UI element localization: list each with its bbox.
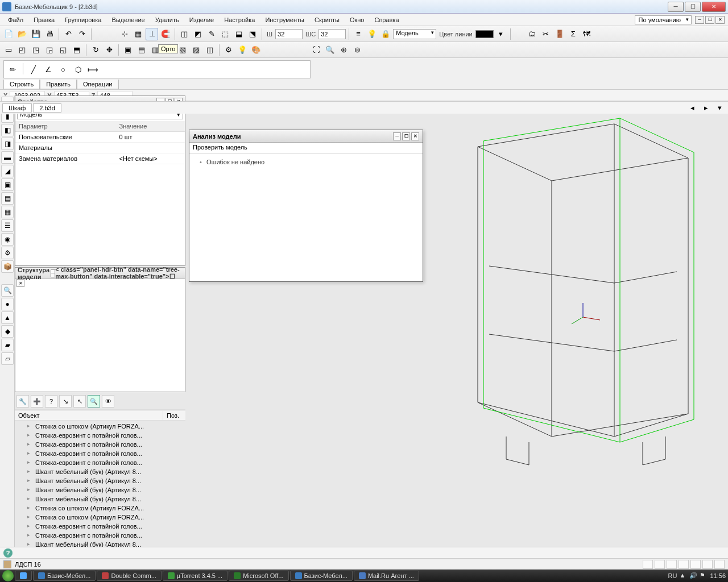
circle-icon[interactable]: ○ <box>57 63 69 76</box>
menu-help[interactable]: Справка <box>370 15 403 24</box>
lock-icon[interactable]: 🔒 <box>379 28 392 40</box>
grid-icon[interactable]: ▦ <box>132 28 144 40</box>
view-iso2-icon[interactable]: ◳ <box>30 44 42 56</box>
section-icon[interactable]: ▨ <box>190 44 202 56</box>
tree-item[interactable]: Стяжка-евровинт с потайной голов... <box>15 458 185 467</box>
open-icon[interactable]: 📂 <box>16 28 28 40</box>
tree-item[interactable]: Стяжка со штоком (Артикул FORZA... <box>15 513 185 522</box>
st-icon-1[interactable] <box>643 560 653 569</box>
split-icon[interactable]: ◫ <box>204 44 216 56</box>
zoom-win-icon[interactable]: 🔍 <box>324 44 336 56</box>
sum-icon[interactable]: Σ <box>567 28 580 40</box>
tree-item[interactable]: Стяжка-евровинт с потайной голов... <box>15 431 185 440</box>
taskbar-app[interactable]: µTorrent 3.4.5 ... <box>163 571 228 581</box>
panel-btn-6[interactable]: ◢ <box>1 165 14 177</box>
st-icon-4[interactable] <box>679 560 689 569</box>
menu-settings[interactable]: Настройка <box>220 15 259 24</box>
shade1-icon[interactable]: ▣ <box>122 44 134 56</box>
tree-item[interactable]: Шкант мебельный (бук) (Артикул 8... <box>15 485 185 494</box>
maximize-button[interactable]: ☐ <box>685 2 701 12</box>
tray-icon-2[interactable]: 🔊 <box>689 572 697 580</box>
shade2-icon[interactable]: ▤ <box>135 44 148 56</box>
map-icon[interactable]: 🗺 <box>581 28 593 40</box>
tree-item[interactable]: Стяжка со штоком (Артикул FORZA... <box>15 422 185 431</box>
view-iso4-icon[interactable]: ◱ <box>57 44 69 56</box>
magnet-icon[interactable]: 🧲 <box>159 28 172 40</box>
dropdown-arrow-icon[interactable]: ▾ <box>495 28 507 40</box>
vp-tab-1[interactable]: Шкаф <box>2 103 32 113</box>
tree-item[interactable]: Шкант мебельный (бук) (Артикул 8... <box>15 467 185 476</box>
tree-add-icon[interactable]: ➕ <box>31 395 43 408</box>
mdi-restore[interactable]: ☐ <box>705 16 714 24</box>
panel-btn-17[interactable]: ◆ <box>1 325 14 338</box>
new-icon[interactable]: 📄 <box>2 28 15 40</box>
menu-edit[interactable]: Правка <box>29 15 59 24</box>
tool-d-icon[interactable]: ⬚ <box>219 28 231 40</box>
tree-item[interactable]: Стяжка-евровинт с потайной голов... <box>15 440 185 449</box>
light-icon[interactable]: 💡 <box>236 44 249 56</box>
menu-window[interactable]: Окно <box>345 15 369 24</box>
tab-build[interactable]: Строить <box>3 80 40 89</box>
panel-btn-4[interactable]: ◨ <box>1 138 14 150</box>
gear-icon[interactable]: ⚙ <box>222 44 235 56</box>
tab-edit[interactable]: Править <box>40 80 77 89</box>
tree-item[interactable]: Стяжка-евровинт с потайной голов... <box>15 449 185 458</box>
st-icon-3[interactable] <box>667 560 677 569</box>
layer-icon[interactable]: ≡ <box>352 28 365 40</box>
dialog-max-button[interactable]: ☐ <box>402 132 410 140</box>
menu-delete[interactable]: Удалить <box>151 15 184 24</box>
view-iso3-icon[interactable]: ◲ <box>43 44 56 56</box>
taskbar-app[interactable]: Базис-Мебел... <box>290 571 353 581</box>
tool-a-icon[interactable]: ◫ <box>178 28 191 40</box>
tree-min-button[interactable]: ─ <box>51 269 55 277</box>
tool-b-icon[interactable]: ◩ <box>192 28 204 40</box>
pan-icon[interactable]: ✥ <box>103 44 115 56</box>
snap-icon[interactable]: ⊹ <box>118 28 131 40</box>
help-icon[interactable]: ? <box>3 548 13 558</box>
redo-icon[interactable]: ↷ <box>76 28 88 40</box>
tree-item[interactable]: Стяжка со штоком (Артикул FORZA... <box>15 504 185 513</box>
st-icon-5[interactable] <box>690 560 701 569</box>
cut-icon[interactable]: ✂ <box>540 28 552 40</box>
tree-item[interactable]: Стяжка-евровинт с потайной голов... <box>15 522 185 531</box>
panel-btn-3[interactable]: ◧ <box>1 124 14 136</box>
menu-group[interactable]: Группировка <box>60 15 106 24</box>
panel-btn-12[interactable]: ⚙ <box>1 247 14 259</box>
bulb-icon[interactable]: 💡 <box>366 28 378 40</box>
panel-btn-18[interactable]: ▰ <box>1 339 14 351</box>
model-dropdown[interactable]: Модель <box>393 29 436 39</box>
hexagon-icon[interactable]: ⬡ <box>72 63 84 76</box>
tree-item[interactable]: Стяжка-евровинт с потайной голов... <box>15 531 185 540</box>
tree-expand-icon[interactable]: ↘ <box>59 395 72 408</box>
tree-collapse-icon[interactable]: ↖ <box>73 395 86 408</box>
tree-help-icon[interactable]: ? <box>45 395 57 408</box>
print-icon[interactable]: 🖶 <box>43 28 56 40</box>
minimize-button[interactable]: ─ <box>668 2 684 12</box>
tree-eye-icon[interactable]: 👁 <box>102 395 114 408</box>
tool-f-icon[interactable]: ⬔ <box>246 28 259 40</box>
panel-btn-14[interactable]: 🔍 <box>1 284 14 297</box>
vp-tab-2[interactable]: 2.b3d <box>33 103 61 113</box>
menu-scripts[interactable]: Скрипты <box>310 15 344 24</box>
mdi-minimize[interactable]: ─ <box>695 16 704 24</box>
save-icon[interactable]: 💾 <box>30 28 42 40</box>
card-icon[interactable]: 🗂 <box>526 28 539 40</box>
taskbar-app[interactable]: Microsoft Off... <box>229 571 288 581</box>
vp-menu-icon[interactable]: ▾ <box>713 102 726 114</box>
view-top-icon[interactable]: ⬒ <box>71 44 83 56</box>
taskbar-app[interactable]: Double Comm... <box>97 571 161 581</box>
analysis-dialog[interactable]: Анализ модели ─ ☐ ✕ Проверить модель Оши… <box>189 130 423 282</box>
tray-icon-3[interactable]: ⚑ <box>700 572 708 580</box>
st-icon-7[interactable] <box>714 560 725 569</box>
door-icon[interactable]: 🚪 <box>553 28 566 40</box>
prop-row[interactable]: Пользовательские0 шт <box>15 132 185 143</box>
render-icon[interactable]: 🎨 <box>250 44 262 56</box>
panel-btn-13[interactable]: 📦 <box>1 260 14 273</box>
close-button[interactable]: ✕ <box>702 2 726 12</box>
tree-item[interactable]: Шкант мебельный (бук) (Артикул 8... <box>15 540 185 547</box>
dimension-icon[interactable]: ⟼ <box>86 63 99 76</box>
tree-item[interactable]: Шкант мебельный (бук) (Артикул 8... <box>15 494 185 504</box>
tray-icon-1[interactable]: ▲ <box>679 572 687 580</box>
tray-lang[interactable]: RU <box>668 572 677 579</box>
zoom-in-icon[interactable]: ⊕ <box>337 44 350 56</box>
